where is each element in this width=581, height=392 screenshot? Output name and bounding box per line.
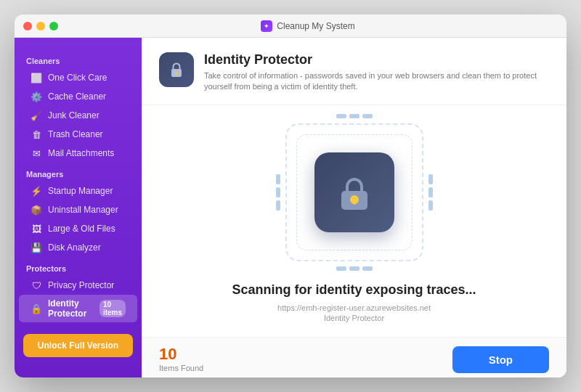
sidebar-item-identity-protector[interactable]: 🔒 Identity Protector 10 items — [19, 295, 137, 322]
top-connectors — [336, 114, 373, 118]
feature-description: Take control of information - passwords … — [204, 70, 549, 93]
scan-status-text: Scanning for identity exposing traces... — [232, 282, 476, 298]
mail-icon: ✉ — [31, 147, 42, 159]
sidebar-item-label: Junk Cleaner — [48, 110, 99, 121]
cache-cleaner-icon: ⚙️ — [31, 91, 42, 102]
sidebar-item-mail-attachments[interactable]: ✉ Mail Attachments — [19, 144, 137, 163]
scan-url: https://emh-register-user.azurewebsites.… — [277, 303, 431, 312]
sidebar-item-large-old-files[interactable]: 🖼 Large & Old Files — [19, 219, 137, 238]
lock-visual — [282, 120, 427, 265]
app-icon: ✦ — [261, 20, 272, 32]
titlebar: ✦ Cleanup My System — [15, 15, 566, 38]
content-header: Identity Protector Take control of infor… — [142, 38, 566, 105]
sidebar-item-disk-analyzer[interactable]: 💾 Disk Analyzer — [19, 238, 137, 257]
sidebar-item-label: Startup Manager — [48, 186, 113, 196]
sidebar-item-label: Disk Analyzer — [48, 242, 101, 253]
maximize-button[interactable] — [49, 22, 58, 30]
sidebar-item-one-click-care[interactable]: ⬜ One Click Care — [19, 68, 137, 87]
one-click-care-icon: ⬜ — [31, 72, 42, 83]
privacy-icon: 🛡 — [31, 279, 42, 291]
app-title: Cleanup My System — [277, 21, 354, 31]
sidebar-item-label: Trash Cleaner — [48, 129, 103, 139]
items-count: 10 — [159, 346, 452, 362]
right-connectors — [428, 174, 433, 211]
items-label: Items Found — [159, 364, 452, 372]
main-content: Cleaners ⬜ One Click Care ⚙️ Cache Clean… — [15, 38, 566, 377]
uninstall-icon: 📦 — [31, 204, 42, 216]
identity-icon: 🔒 — [31, 303, 42, 314]
left-connectors — [276, 174, 280, 211]
items-found: 10 Items Found — [159, 346, 452, 372]
svg-rect-2 — [176, 73, 177, 75]
traffic-lights — [23, 22, 58, 30]
cleaners-section-label: Cleaners — [15, 49, 142, 68]
sidebar-item-trash-cleaner[interactable]: 🗑 Trash Cleaner — [19, 125, 137, 144]
sidebar-item-uninstall-manager[interactable]: 📦 Uninstall Manager — [19, 200, 137, 219]
scan-label: Identity Protector — [324, 314, 384, 322]
files-icon: 🖼 — [31, 223, 42, 234]
lock-icon-container — [314, 152, 394, 232]
content-area: Identity Protector Take control of infor… — [142, 38, 566, 377]
sidebar-item-label: One Click Care — [48, 73, 107, 83]
bottom-bar: 10 Items Found Stop — [142, 337, 566, 377]
sidebar-item-label: Uninstall Manager — [48, 205, 118, 215]
bottom-connectors — [336, 266, 373, 271]
sidebar-item-label: Cache Cleaner — [48, 91, 106, 102]
protectors-section-label: Protectors — [15, 257, 142, 276]
titlebar-center: ✦ Cleanup My System — [58, 20, 558, 32]
sidebar-item-cache-cleaner[interactable]: ⚙️ Cache Cleaner — [19, 87, 137, 106]
sidebar-item-label: Large & Old Files — [48, 224, 115, 234]
close-button[interactable] — [23, 22, 32, 30]
sidebar: Cleaners ⬜ One Click Care ⚙️ Cache Clean… — [15, 38, 142, 377]
minimize-button[interactable] — [36, 22, 45, 30]
managers-section-label: Managers — [15, 163, 142, 181]
sidebar-item-label: Mail Attachments — [48, 148, 114, 158]
trash-cleaner-icon: 🗑 — [31, 128, 42, 140]
sidebar-item-junk-cleaner[interactable]: 🧹 Junk Cleaner — [19, 106, 137, 125]
sidebar-item-label: Privacy Protector — [48, 280, 114, 290]
junk-cleaner-icon: 🧹 — [31, 110, 42, 121]
startup-icon: ⚡ — [31, 185, 42, 197]
stop-button[interactable]: Stop — [452, 346, 549, 373]
svg-rect-5 — [353, 200, 356, 205]
scan-area: Scanning for identity exposing traces...… — [142, 105, 566, 337]
content-header-text: Identity Protector Take control of infor… — [204, 52, 549, 93]
app-window: ✦ Cleanup My System Cleaners ⬜ One Click… — [15, 15, 566, 377]
feature-icon — [159, 52, 194, 87]
sidebar-item-startup-manager[interactable]: ⚡ Startup Manager — [19, 181, 137, 200]
sidebar-item-privacy-protector[interactable]: 🛡 Privacy Protector — [19, 276, 137, 295]
identity-badge: 10 items — [99, 300, 126, 317]
unlock-full-version-button[interactable]: Unlock Full Version — [23, 334, 133, 357]
lock-svg — [333, 171, 376, 214]
feature-title: Identity Protector — [204, 52, 549, 68]
sidebar-item-label: Identity Protector — [48, 298, 94, 319]
disk-icon: 💾 — [31, 242, 42, 253]
